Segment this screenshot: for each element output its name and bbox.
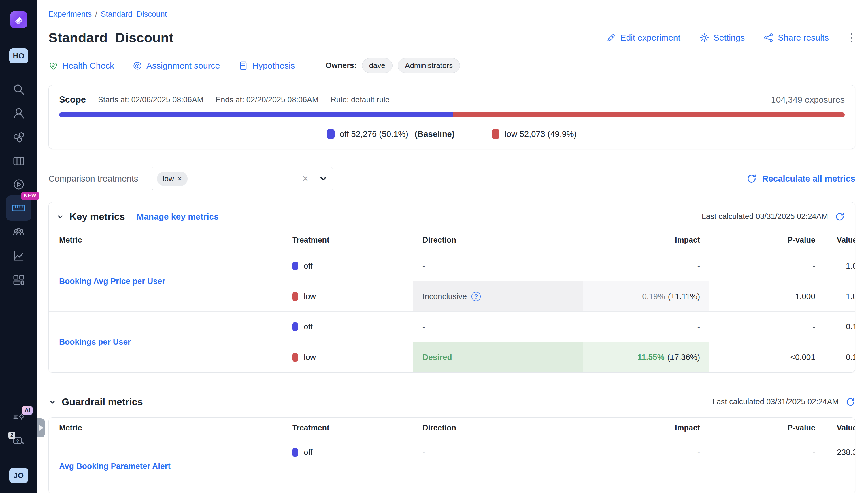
owners-label: Owners: [326,61,357,70]
more-options-button[interactable] [848,31,855,44]
metric-link[interactable]: Booking Avg Price per User [59,277,165,286]
selected-treatment-chip: low × [157,172,188,186]
chip-remove-icon[interactable]: × [177,174,182,183]
metrics-table-header: Metric Treatment Direction Impact P-valu… [49,230,855,251]
sidebar: HO [0,0,38,493]
sidebar-item-search[interactable] [0,83,38,96]
scope-starts: Starts at: 02/06/2025 08:06AM [98,95,204,104]
scope-ends: Ends at: 02/20/2025 08:06AM [215,95,318,104]
ai-badge: AI [22,406,33,415]
people-group-icon [13,226,25,239]
play-circle-icon [13,178,25,191]
experiment-meta-row: Health Check Assignment source Hypothesi… [48,58,855,73]
scope-title: Scope [59,94,86,105]
last-calculated-text: Last calculated 03/31/2025 02:24AM [712,397,839,406]
treatment-swatch-off [292,448,298,457]
breadcrumb-experiments[interactable]: Experiments [48,10,92,19]
chevron-down-icon[interactable] [319,174,328,183]
key-metrics-card: Key metrics Manage key metrics Last calc… [48,202,855,372]
allocation-legend: off 52,276 (50.1%) (Baseline) low 52,073… [59,129,845,139]
metric-row-group: Booking Avg Price per User off - - - 1.0… [49,251,855,312]
owner-pill-dave[interactable]: dave [362,58,393,73]
treatment-swatch-low [292,353,298,362]
select-clear-icon[interactable]: × [302,173,308,184]
metric-row-group: Bookings per User off - - - 0.1 low Desi… [49,312,855,372]
bullseye-icon [132,61,142,70]
collapse-section-icon[interactable] [48,398,57,406]
refresh-icon[interactable] [835,212,845,221]
new-badge: NEW [21,192,39,200]
select-divider [314,172,314,185]
allocation-bar [59,112,845,117]
sidebar-item-insights[interactable] [0,250,38,262]
guardrail-metrics-card: Metric Treatment Direction Impact P-valu… [48,417,855,493]
sidebar-item-ai-assistant[interactable]: AI [0,411,38,423]
gear-icon [699,33,709,43]
page-header: Standard_Discount Edit experiment Settin… [48,30,855,45]
allocation-bar-off [59,112,453,117]
page-title: Standard_Discount [48,30,173,45]
sidebar-divider [0,41,38,41]
key-metrics-title: Key metrics [69,211,125,222]
help-icon[interactable]: ? [471,292,481,301]
hexagons-icon [13,131,25,144]
share-results-button[interactable]: Share results [764,33,829,43]
edit-experiment-button[interactable]: Edit experiment [606,33,680,43]
sidebar-item-audiences[interactable] [0,226,38,239]
sidebar-divider [0,71,38,71]
refresh-icon[interactable] [846,397,855,407]
exposures-count: 104,349 exposures [771,95,845,105]
treatment-swatch-low [292,292,298,301]
user-badge: JO [9,468,28,483]
sidebar-item-support-chat[interactable]: ? 2 [0,436,38,448]
workspace-badge: HO [9,48,28,63]
dashboard-icon [13,274,25,286]
user-icon [13,107,25,120]
recalculate-all-metrics-button[interactable]: Recalculate all metrics [746,173,855,184]
sidebar-collapse-handle[interactable] [38,419,45,437]
search-icon [13,83,25,96]
sidebar-item-feature-gates[interactable] [0,131,38,144]
statsig-logo-icon [10,11,27,28]
metric-link[interactable]: Bookings per User [59,337,131,347]
last-calculated-text: Last calculated 03/31/2025 02:24AM [702,212,828,221]
breadcrumb-current[interactable]: Standard_Discount [101,10,167,19]
sidebar-item-pulse[interactable] [0,178,38,191]
settings-button[interactable]: Settings [699,33,745,43]
line-chart-icon [13,250,25,262]
assignment-source-link[interactable]: Assignment source [132,61,220,70]
comparison-row: Comparison treatments low × × Recalculat… [48,167,855,190]
user-avatar[interactable]: JO [0,468,38,483]
manage-key-metrics-link[interactable]: Manage key metrics [136,212,219,221]
allocation-bar-low [453,112,845,117]
health-check-link[interactable]: Health Check [48,61,114,70]
legend-item-off: off 52,276 (50.1%) (Baseline) [327,129,455,139]
document-icon [238,61,248,70]
pencil-icon [606,33,616,43]
metric-row-group: Avg Booking Parameter Alert off - - - 23… [49,439,855,493]
sidebar-item-users[interactable] [0,107,38,120]
baseline-label: (Baseline) [415,129,455,139]
treatment-swatch-off [292,322,298,331]
legend-swatch-off [327,129,335,139]
ruler-icon [11,200,26,216]
owner-pill-administrators[interactable]: Administrators [398,58,460,73]
comparison-treatments-label: Comparison treatments [48,174,138,184]
refresh-icon [746,173,757,184]
sidebar-item-dashboards[interactable] [0,274,38,286]
metric-link[interactable]: Avg Booking Parameter Alert [59,462,171,471]
scope-card: Scope Starts at: 02/06/2025 08:06AM Ends… [48,85,855,149]
sidebar-item-experiments[interactable] [0,155,38,167]
treatment-swatch-off [292,262,298,270]
collapse-section-icon[interactable] [56,213,64,221]
workspace-switcher[interactable]: HO [0,48,38,63]
breadcrumb-separator: / [95,10,98,19]
statsig-logo[interactable] [0,11,38,28]
treatment-select[interactable]: low × × [152,167,333,190]
guardrail-metrics-title: Guardrail metrics [62,396,143,407]
legend-item-low: low 52,073 (49.9%) [492,129,577,139]
hypothesis-link[interactable]: Hypothesis [238,61,295,70]
heart-check-icon [48,61,58,70]
breadcrumb: Experiments / Standard_Discount [48,0,855,19]
sidebar-item-metrics-active[interactable]: NEW [0,195,38,221]
